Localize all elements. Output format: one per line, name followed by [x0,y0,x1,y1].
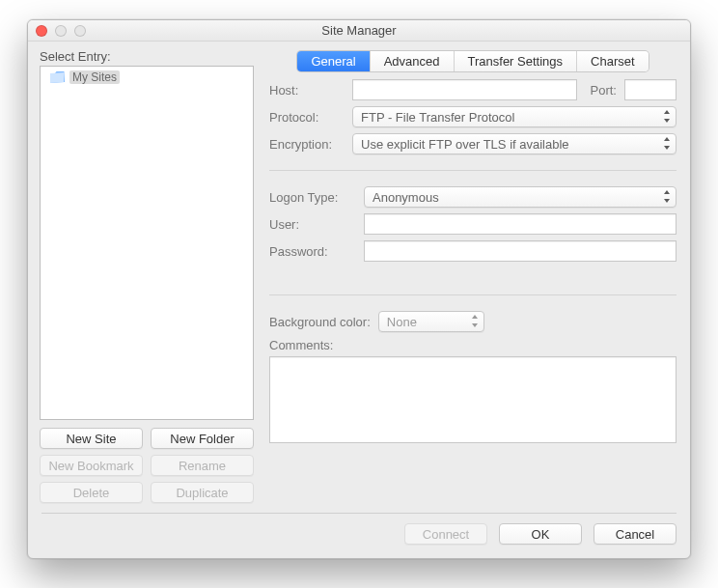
window-title: Site Manager [28,23,690,38]
tab-transfer-settings[interactable]: Transfer Settings [455,51,578,71]
comments-textarea[interactable] [269,356,677,443]
protocol-select[interactable]: FTP - File Transfer Protocol [352,106,677,127]
background-color-label: Background color: [269,315,371,329]
logon-type-label: Logon Type: [269,190,356,205]
separator [269,170,677,171]
background-color-value: None [387,315,417,329]
ok-button[interactable]: OK [499,523,582,545]
delete-button: Delete [40,482,143,503]
tree-item-label: My Sites [69,70,120,84]
separator [269,294,677,295]
port-label: Port: [591,83,617,98]
user-label: User: [269,217,356,232]
host-input[interactable] [352,79,577,100]
encryption-value: Use explicit FTP over TLS if available [361,137,569,152]
protocol-value: FTP - File Transfer Protocol [361,110,514,125]
encryption-select[interactable]: Use explicit FTP over TLS if available [352,133,677,154]
select-entry-label: Select Entry: [40,49,254,64]
logon-type-value: Anonymous [373,190,439,205]
folder-icon [50,71,65,83]
comments-label: Comments: [269,338,677,352]
user-input [364,213,677,235]
tab-general[interactable]: General [297,51,370,71]
updown-icon [663,109,671,125]
new-bookmark-button: New Bookmark [40,455,143,476]
updown-icon [663,189,671,205]
titlebar: Site Manager [28,20,690,42]
rename-button: Rename [151,455,254,476]
updown-icon [663,136,671,152]
protocol-label: Protocol: [269,110,345,125]
new-folder-button[interactable]: New Folder [151,428,254,449]
updown-icon [471,314,479,329]
encryption-label: Encryption: [269,137,345,152]
host-label: Host: [269,83,345,98]
tab-charset[interactable]: Charset [577,51,649,71]
cancel-button[interactable]: Cancel [594,523,677,545]
logon-type-select[interactable]: Anonymous [364,186,677,208]
new-site-button[interactable]: New Site [40,428,143,449]
site-tree[interactable]: My Sites [40,66,254,420]
password-label: Password: [269,244,356,259]
tab-bar: General Advanced Transfer Settings Chars… [297,51,648,71]
tab-advanced[interactable]: Advanced [371,51,455,71]
site-manager-window: Site Manager Select Entry: My Sites [27,19,691,559]
password-input [364,240,677,262]
connect-button: Connect [404,523,487,545]
duplicate-button: Duplicate [151,482,254,503]
background-color-select[interactable]: None [378,311,484,332]
tree-item-my-sites[interactable]: My Sites [41,69,253,86]
port-input[interactable] [624,79,677,100]
